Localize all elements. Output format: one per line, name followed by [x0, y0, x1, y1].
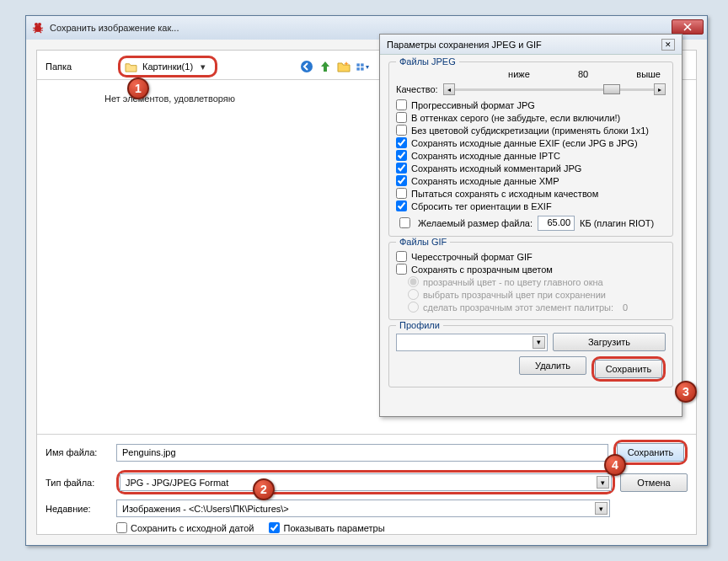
- trans-pick-radio: выбрать прозрачный цвет при сохранении: [408, 289, 666, 300]
- nav-toolbar: ▾: [300, 60, 369, 73]
- folder-icon: [124, 60, 137, 73]
- filename-label: Имя файла:: [46, 447, 111, 457]
- folder-label: Папка: [46, 61, 111, 72]
- exif-checkbox[interactable]: Сохранять исходные данные EXIF (если JPG…: [396, 137, 666, 148]
- chevron-down-icon: ▾: [597, 476, 609, 489]
- filetype-label: Тип файла:: [46, 478, 111, 488]
- up-icon[interactable]: [318, 60, 332, 73]
- close-button[interactable]: [672, 19, 704, 35]
- xmp-checkbox[interactable]: Сохранять исходные данные XMP: [396, 175, 666, 186]
- svg-rect-4: [356, 63, 359, 66]
- quality-slider[interactable]: ◂ ▸: [443, 83, 666, 96]
- filename-input[interactable]: Penguins.jpg: [116, 444, 608, 462]
- panel-titlebar: Параметры сохранения JPEG и GIF ✕: [380, 35, 682, 55]
- comment-checkbox[interactable]: Сохранять исходный комментарий JPG: [396, 163, 666, 174]
- cancel-button[interactable]: Отмена: [620, 473, 688, 492]
- save-profile-button[interactable]: Сохранить: [595, 360, 662, 378]
- folder-name: Картинки(1): [142, 61, 193, 72]
- panel-title: Параметры сохранения JPEG и GIF: [387, 40, 542, 50]
- svg-rect-6: [356, 67, 359, 70]
- delete-profile-button[interactable]: Удалить: [519, 356, 586, 375]
- trans-palette-radio: сделать прозрачным этот элемент палитры:…: [408, 302, 666, 313]
- chevron-down-icon: ▾: [198, 61, 208, 72]
- show-params-checkbox[interactable]: Показывать параметры: [269, 522, 384, 533]
- svg-rect-5: [361, 63, 363, 66]
- app-icon: [31, 21, 45, 35]
- slider-right-icon[interactable]: ▸: [654, 83, 666, 95]
- view-icon[interactable]: ▾: [356, 60, 369, 73]
- annotation-marker-4: 4: [604, 454, 626, 476]
- bottom-bar: Имя файла: Penguins.jpg Сохранить Тип фа…: [37, 435, 696, 534]
- window-title: Сохранить изображение как...: [50, 23, 179, 33]
- jpeg-gif-panel: Параметры сохранения JPEG и GIF ✕ Файлы …: [379, 34, 682, 417]
- gif-group: Файлы GIF Чересстрочный формат GIF Сохра…: [388, 242, 673, 320]
- svg-point-1: [35, 23, 38, 26]
- profile-dropdown[interactable]: ▾: [396, 334, 548, 351]
- panel-close-icon[interactable]: ✕: [661, 39, 675, 51]
- orient-checkbox[interactable]: Сбросить тег ориентации в EXIF: [396, 200, 666, 211]
- svg-rect-7: [361, 67, 363, 70]
- profiles-group: Профили ▾ Загрузить Удалить Сохранить: [388, 325, 673, 387]
- size-input[interactable]: 65.00: [538, 216, 575, 231]
- folder-dropdown[interactable]: Картинки(1) ▾: [118, 56, 217, 77]
- trans-main-radio: прозрачный цвет - по цвету главного окна: [408, 276, 666, 287]
- grayscale-checkbox[interactable]: В оттенках серого (не забудьте, если вкл…: [396, 112, 666, 123]
- slider-left-icon[interactable]: ◂: [443, 83, 455, 95]
- chevron-down-icon: ▾: [533, 336, 545, 349]
- filetype-dropdown[interactable]: JPG - JPG/JPEG Format▾: [120, 473, 612, 491]
- svg-point-2: [38, 23, 41, 26]
- orig-date-checkbox[interactable]: Сохранить с исходной датой: [116, 522, 254, 533]
- jpeg-group: Файлы JPEG ниже 80 выше Качество: ◂ ▸ Пр…: [388, 61, 673, 237]
- svg-point-3: [301, 61, 313, 72]
- load-profile-button[interactable]: Загрузить: [553, 333, 666, 351]
- progressive-checkbox[interactable]: Прогрессивный формат JPG: [396, 99, 666, 110]
- annotation-marker-3: 3: [675, 381, 697, 403]
- transparent-checkbox[interactable]: Сохранять с прозрачным цветом: [396, 264, 666, 275]
- annotation-marker-2: 2: [253, 478, 275, 500]
- recent-dropdown[interactable]: Изображения - <C:\Users\ПК\Pictures\>▾: [116, 500, 610, 517]
- annotation-marker-1: 1: [127, 77, 149, 99]
- quality-label: Качество:: [396, 84, 438, 94]
- origqual-checkbox[interactable]: Пытаться сохранять с исходным качеством: [396, 188, 666, 199]
- size-checkbox[interactable]: [399, 217, 410, 228]
- interlace-checkbox[interactable]: Чересстрочный формат GIF: [396, 251, 666, 262]
- iptc-checkbox[interactable]: Сохранять исходные данные IPTC: [396, 150, 666, 161]
- subsampling-checkbox[interactable]: Без цветовой субдискретизации (применять…: [396, 125, 666, 136]
- back-icon[interactable]: [300, 60, 313, 73]
- svg-point-0: [35, 25, 41, 32]
- save-button[interactable]: Сохранить: [617, 443, 684, 462]
- recent-label: Недавние:: [46, 504, 111, 514]
- new-folder-icon[interactable]: [337, 60, 351, 73]
- chevron-down-icon: ▾: [595, 502, 608, 515]
